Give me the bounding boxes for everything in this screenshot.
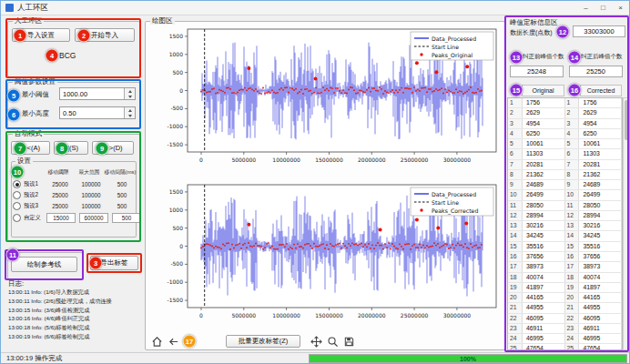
svg-text:1000: 1000 bbox=[169, 51, 183, 57]
callout-7: 7 bbox=[14, 142, 27, 156]
minimize-icon: – bbox=[584, 4, 587, 12]
plot-toolbar: 批量更改标签(Z) bbox=[150, 334, 356, 349]
corrected-column-header[interactable]: Corrected bbox=[580, 85, 622, 96]
peak-table-scrollbar[interactable] bbox=[623, 97, 628, 350]
callout-8: 8 bbox=[56, 142, 69, 156]
settings-col-header: 移动阈限 bbox=[43, 168, 74, 177]
peak-row[interactable]: 1434245 1434245 bbox=[508, 231, 622, 241]
signal-plot-top[interactable]: 0500000010000000150000002000000025000000… bbox=[147, 25, 502, 179]
peak-row[interactable]: 46250 46250 bbox=[508, 129, 622, 139]
svg-text:20000000: 20000000 bbox=[358, 157, 386, 163]
callout-9: 9 bbox=[96, 142, 109, 156]
callout-2: 2 bbox=[77, 29, 91, 43]
preset-label: 预设1 bbox=[24, 180, 45, 188]
peak-row[interactable]: 1228994 1228994 bbox=[508, 211, 622, 221]
preset-value: 25000 bbox=[45, 192, 76, 198]
min-threshold-value: 1000.00 bbox=[60, 88, 124, 99]
callout-17: 17 bbox=[183, 335, 197, 349]
peak-row[interactable]: 1941897 1941897 bbox=[508, 283, 622, 293]
svg-text:5000000: 5000000 bbox=[231, 157, 256, 163]
scrollbar-thumb[interactable] bbox=[625, 100, 628, 140]
peak-row[interactable]: 1535516 1535516 bbox=[508, 242, 622, 252]
preset-radio[interactable] bbox=[13, 214, 21, 222]
pan-button[interactable] bbox=[310, 335, 323, 349]
pan-icon bbox=[310, 336, 322, 348]
peak-row[interactable]: 1840074 1840074 bbox=[508, 273, 622, 283]
spin-down-icon[interactable] bbox=[125, 113, 135, 118]
original-column-header[interactable]: Original bbox=[522, 85, 564, 96]
custom-value-input[interactable]: 500 bbox=[112, 213, 141, 223]
custom-value-input[interactable]: 600000 bbox=[79, 213, 108, 223]
save-button[interactable] bbox=[342, 335, 356, 349]
svg-text:10000000: 10000000 bbox=[272, 312, 300, 318]
peak-row[interactable]: 510061 510061 bbox=[508, 139, 622, 149]
preset-radio[interactable] bbox=[13, 191, 21, 199]
peak-row[interactable]: 34954 34954 bbox=[508, 119, 622, 129]
svg-text:15000000: 15000000 bbox=[315, 312, 343, 318]
log-area[interactable]: 13:00:11 Info: (1/6)导入数据完成13:00:11 Info:… bbox=[8, 288, 141, 348]
log-line: 13:00:11 Info: (1/6)导入数据完成 bbox=[8, 288, 141, 297]
callout-13: 13 bbox=[510, 51, 523, 65]
peak-row[interactable]: 1330216 1330216 bbox=[508, 221, 622, 231]
log-line: 13:00:18 Info: (5/6)标签绘制完成 bbox=[8, 323, 141, 332]
peak-row[interactable]: 2346911 2346911 bbox=[508, 324, 622, 334]
maximize-button[interactable]: □ bbox=[594, 1, 612, 15]
peak-row[interactable]: 1026499 1026499 bbox=[508, 190, 622, 200]
peak-row[interactable]: 1738973 1738973 bbox=[508, 262, 622, 272]
minimize-button[interactable]: – bbox=[577, 1, 594, 15]
svg-text:Peaks_Original: Peaks_Original bbox=[432, 52, 473, 59]
before-count-label: 纠正前峰值个数 bbox=[523, 53, 564, 61]
zoom-icon bbox=[327, 336, 339, 348]
log-line: 13:00:11 Info: (2/6)预处理完成，成功连接 bbox=[8, 297, 141, 306]
svg-text:-1000: -1000 bbox=[168, 123, 184, 129]
peak-row[interactable]: 1128050 1128050 bbox=[508, 201, 622, 211]
plot-group-title: 绘图区 bbox=[150, 17, 175, 25]
svg-text:1500: 1500 bbox=[169, 188, 183, 195]
peak-row[interactable]: 2044165 2044165 bbox=[508, 293, 622, 303]
batch-edit-labels-button[interactable]: 批量更改标签(Z) bbox=[226, 335, 300, 348]
peak-row[interactable]: 22629 22629 bbox=[508, 108, 622, 118]
svg-text:25000000: 25000000 bbox=[401, 312, 429, 318]
peak-row[interactable]: 2547654 2547654 bbox=[508, 344, 622, 350]
svg-text:0: 0 bbox=[199, 312, 203, 318]
peak-row[interactable]: 720281 720281 bbox=[508, 160, 622, 170]
settings-col-header: 移动间隔(ms) bbox=[103, 168, 137, 177]
callout-3: 3 bbox=[89, 257, 103, 270]
preset-value: 25000 bbox=[45, 181, 76, 187]
status-text: 13:00:19 操作完成 bbox=[6, 354, 62, 363]
svg-text:Peaks_Corrected: Peaks_Corrected bbox=[432, 207, 478, 215]
preset-value: 100000 bbox=[76, 192, 107, 198]
preset-radio[interactable] bbox=[13, 180, 21, 188]
custom-value-input[interactable]: 15000 bbox=[46, 213, 76, 223]
svg-text:30000000: 30000000 bbox=[443, 312, 472, 318]
signal-plot-bottom[interactable]: 0500000010000000150000002000000025000000… bbox=[147, 180, 502, 335]
peak-table: 11756 11756 22629 22629 34954 34954 4625… bbox=[507, 97, 623, 350]
callout-16: 16 bbox=[568, 84, 582, 97]
close-button[interactable]: × bbox=[612, 1, 629, 15]
home-button[interactable] bbox=[150, 335, 164, 349]
preset-label: 自定义 bbox=[24, 214, 45, 222]
settings-col-header: 最大范围 bbox=[74, 168, 105, 177]
spin-down-icon[interactable] bbox=[125, 94, 135, 99]
svg-text:-500: -500 bbox=[170, 260, 183, 267]
peak-row[interactable]: 611303 611303 bbox=[508, 149, 622, 159]
peak-row[interactable]: 1637656 1637656 bbox=[508, 252, 622, 262]
peak-row[interactable]: 2246095 2246095 bbox=[508, 314, 622, 324]
svg-text:10000000: 10000000 bbox=[272, 157, 300, 163]
peak-row[interactable]: 821362 821362 bbox=[508, 170, 622, 180]
peak-row[interactable]: 924689 924689 bbox=[508, 180, 622, 190]
svg-text:Data_Processed: Data_Processed bbox=[432, 191, 476, 198]
draw-refline-button[interactable]: 绘制参考线 bbox=[11, 257, 77, 272]
zoom-button[interactable] bbox=[326, 335, 340, 349]
preset-value: 25000 bbox=[45, 203, 76, 209]
back-button[interactable] bbox=[167, 335, 180, 349]
peak-row[interactable]: 2446995 2446995 bbox=[508, 334, 622, 344]
home-icon bbox=[151, 336, 163, 348]
min-threshold-label: 最小阈值 bbox=[22, 90, 49, 99]
peak-row[interactable]: 11756 11756 bbox=[508, 98, 622, 108]
peak-row[interactable]: 2144955 2144955 bbox=[508, 303, 622, 313]
preset-radio[interactable] bbox=[13, 202, 21, 210]
data-length-label: 数据长度(点数) bbox=[510, 28, 553, 37]
min-threshold-spinbox[interactable]: 1000.00 bbox=[59, 87, 136, 100]
min-height-spinbox[interactable]: 0.50 bbox=[59, 106, 136, 119]
